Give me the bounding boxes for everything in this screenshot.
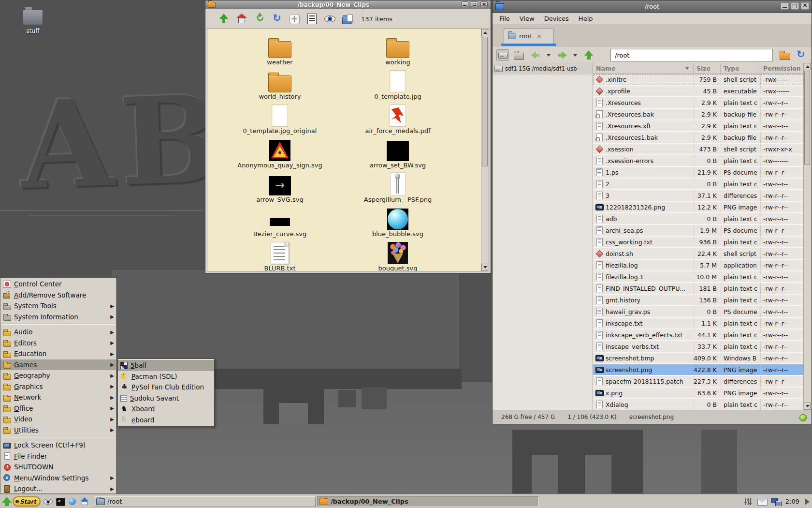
file-grid-item[interactable]: BLURB.txt — [221, 240, 339, 271]
toolbar-icon[interactable] — [251, 11, 268, 27]
start-menu-item[interactable]: System Information ▶ — [0, 312, 116, 323]
window-button[interactable] — [801, 2, 809, 10]
toolbar-icon[interactable] — [546, 49, 552, 61]
file-row[interactable]: css_working.txt 936 B plain text c -rw-r… — [593, 237, 804, 248]
file-row[interactable]: 2 0 B plain text c -rw-r--r-- — [593, 179, 804, 190]
toolbar-icon[interactable] — [218, 13, 230, 25]
titlebar[interactable]: /backup/00_New_Clips — [205, 0, 491, 9]
toolbar-icon[interactable] — [290, 14, 300, 24]
menubar-item[interactable]: File — [494, 14, 515, 23]
file-row[interactable]: screenshot.png 422.8 K PNG image -rw-r--… — [593, 364, 804, 376]
toolbar-icon[interactable] — [582, 49, 595, 61]
window-button[interactable] — [471, 1, 478, 7]
task-button[interactable]: /root — [94, 496, 316, 507]
submenu-item[interactable]: PySol Fan Club Edition — [118, 382, 214, 393]
start-menu-item[interactable]: Education ▶ — [0, 348, 116, 359]
submenu-item[interactable]: Sudoku Savant — [118, 393, 214, 404]
scroll-up-icon[interactable] — [804, 63, 811, 70]
start-menu-item[interactable]: Geography ▶ — [0, 370, 116, 381]
task-button[interactable]: /backup/00_New_Clips — [317, 496, 539, 507]
start-menu-item[interactable]: File Finder — [0, 451, 116, 462]
file-grid-item[interactable]: air_force_medals.pdf — [339, 103, 457, 137]
file-row[interactable]: 3 37.1 K differences -rw-r--r-- — [593, 190, 804, 202]
column-header-permission[interactable]: Permission — [760, 63, 804, 74]
file-row[interactable]: FIND_INSTALLED_OUTPU... 181 B plain text… — [593, 283, 804, 295]
file-row[interactable]: .xprofile 45 B executable -rwx------ — [593, 86, 804, 97]
file-grid-item[interactable]: blue_bubble.svg — [339, 206, 457, 240]
scroll-thumb[interactable] — [804, 71, 810, 165]
file-row[interactable]: .Xresources1.bak 2.9 K backup file -rw-r… — [593, 132, 804, 144]
start-menu-item[interactable]: Utilities ▶ — [0, 425, 116, 436]
file-row[interactable]: gmt.history 136 B plain text c -rw-r--r-… — [593, 295, 804, 306]
file-grid-item[interactable]: Anonymous_quay_sign.svg — [221, 137, 339, 171]
launcher-icon[interactable] — [80, 497, 90, 507]
window-button[interactable] — [461, 1, 468, 7]
tab-root[interactable]: root — [504, 28, 554, 44]
file-row[interactable]: .Xresources 2.9 K plain text c -rw-r--r-… — [593, 97, 804, 109]
start-menu-item[interactable]: Office ▶ — [0, 403, 116, 414]
file-grid-item[interactable]: arrow_set_BW.svg — [339, 137, 457, 171]
green-arrow-icon[interactable] — [1, 497, 12, 507]
column-header-type[interactable]: Type — [721, 63, 760, 74]
file-row[interactable]: filezilla.log 5.7 M application -rw-r--r… — [593, 260, 804, 271]
file-grid-item[interactable]: Bezier_curve.svg — [221, 206, 339, 240]
start-menu-item[interactable] — [0, 435, 116, 440]
menubar-item[interactable]: Devices — [539, 14, 574, 23]
file-row[interactable]: .xsession-errors 0 B plain text c -rw---… — [593, 155, 804, 167]
file-row[interactable]: 1.ps 21.9 K PS docume -rw-r--r-- — [593, 167, 804, 179]
file-grid-item[interactable]: working — [339, 34, 457, 68]
start-menu-item[interactable]: SHUTDOWN — [0, 462, 116, 473]
file-grid-item[interactable]: bouquet.svg — [339, 240, 457, 271]
toolbar-icon[interactable] — [556, 49, 568, 61]
file-row[interactable]: inscape_verbs.txt 33.7 K plain text c -r… — [593, 341, 804, 353]
scroll-thumb[interactable] — [482, 37, 488, 166]
start-menu-item[interactable]: Video ▶ — [0, 414, 116, 425]
file-row[interactable]: doinst.sh 22.4 K shell script -rw-r--r-- — [593, 248, 804, 260]
device-entry[interactable]: sdf1 15G /media/sdf1-usb- — [493, 63, 593, 75]
toolbar-icon[interactable] — [572, 49, 579, 61]
tray-expand-icon[interactable] — [805, 498, 810, 505]
submenu-item[interactable]: eboard — [118, 415, 214, 426]
scroll-up-icon[interactable] — [481, 29, 488, 36]
start-menu-item[interactable]: Games ▶ — [0, 359, 116, 371]
scrollbar[interactable] — [481, 29, 489, 271]
start-menu-item[interactable]: Add/Remove Software — [0, 290, 116, 301]
file-row[interactable]: screenshot.bmp 409.0 K Windows B -rw-r--… — [593, 353, 804, 364]
scrollbar[interactable] — [803, 63, 812, 410]
scroll-down-icon[interactable] — [804, 403, 811, 410]
file-row[interactable]: .xsession 473 B shell script -rwxr-xr-x — [593, 144, 804, 155]
launcher-icon[interactable] — [44, 497, 54, 507]
tray-icon[interactable] — [743, 497, 753, 506]
toolbar-icon[interactable] — [529, 49, 542, 61]
toolbar-icon[interactable] — [795, 49, 808, 61]
file-grid-item[interactable]: weather — [221, 34, 339, 68]
file-row[interactable]: inkscape.txt 1.1 K plain text c -rw-r--r… — [593, 318, 804, 329]
path-input[interactable] — [610, 49, 773, 61]
start-menu-item[interactable]: Lock Screen (Ctrl+F9) — [0, 440, 116, 451]
toolbar-icon[interactable] — [307, 14, 317, 24]
tray-icon[interactable] — [757, 497, 767, 506]
scroll-down-icon[interactable] — [481, 264, 488, 271]
menubar-item[interactable]: View — [515, 14, 539, 23]
file-grid-item[interactable]: 0_template.jpg — [339, 68, 457, 103]
file-row[interactable]: filezilla.log.1 10.0 M plain text c -rw-… — [593, 271, 804, 283]
start-menu-item[interactable]: Control Center — [0, 279, 116, 290]
start-menu-item[interactable] — [0, 322, 116, 327]
column-header-size[interactable]: Size — [694, 63, 721, 74]
window-button[interactable] — [781, 2, 789, 10]
file-row[interactable]: .xinitrc 759 B shell script -rwx------ — [593, 74, 804, 86]
file-row[interactable]: Xdialog 0 B plain text c -rw-r--r-- — [593, 399, 804, 410]
file-grid-item[interactable]: 0_template.jpg_original — [221, 103, 339, 137]
desktop-icon-stuff[interactable]: stuff — [14, 10, 51, 34]
column-header-name[interactable]: Name — [593, 63, 694, 74]
launcher-icon[interactable] — [68, 497, 78, 507]
start-button[interactable]: Start — [13, 496, 41, 507]
file-row[interactable]: inkscape_verb_effects.txt 44.1 K plain t… — [593, 329, 804, 341]
start-menu-item[interactable]: Menu/Window Settings ▶ — [0, 473, 116, 484]
start-menu-item[interactable]: System Tools ▶ — [0, 300, 116, 312]
start-menu-item[interactable]: Editors ▶ — [0, 338, 116, 349]
start-menu-item[interactable]: Network ▶ — [0, 392, 116, 403]
file-row[interactable]: 122018231326.png 12.2 K PNG image -rw-r-… — [593, 202, 804, 213]
submenu-item[interactable]: Xboard — [118, 403, 214, 415]
toolbar-icon[interactable] — [236, 13, 247, 25]
